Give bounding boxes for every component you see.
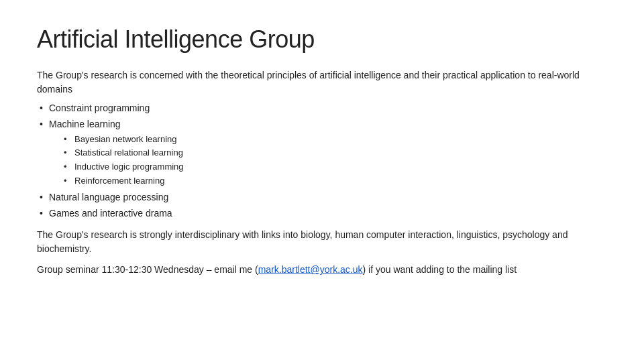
seminar-prefix: Group seminar 11:30-12:30 Wednesday – em… (37, 264, 258, 275)
list-item: Machine learning Bayesian network learni… (37, 117, 607, 188)
list-item: Statistical relational learning (49, 146, 607, 160)
list-item: Inductive logic programming (49, 160, 607, 174)
main-bullet-list: Constraint programming Machine learning … (37, 101, 607, 221)
interdisciplinary-text: The Group's research is strongly interdi… (37, 228, 607, 256)
list-item: Games and interactive drama (37, 206, 607, 222)
slide: Artificial Intelligence Group The Group'… (0, 0, 644, 362)
sub-bullet-list: Bayesian network learning Statistical re… (49, 133, 607, 188)
seminar-suffix: ) if you want adding to the mailing list (363, 264, 517, 275)
list-item: Reinforcement learning (49, 174, 607, 188)
list-item: Bayesian network learning (49, 133, 607, 147)
list-item: Constraint programming (37, 101, 607, 117)
list-item: Natural language processing (37, 190, 607, 206)
intro-text: The Group's research is concerned with t… (37, 68, 607, 97)
page-title: Artificial Intelligence Group (37, 25, 607, 54)
seminar-text: Group seminar 11:30-12:30 Wednesday – em… (37, 263, 607, 277)
seminar-email-link[interactable]: mark.bartlett@york.ac.uk (258, 264, 363, 275)
